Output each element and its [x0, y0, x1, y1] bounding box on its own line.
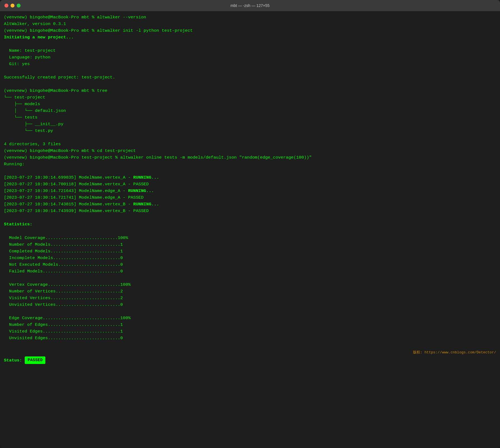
terminal-line — [4, 228, 496, 235]
terminal-line: Visited Edges...........................… — [4, 328, 496, 335]
terminal-line: [2023-07-27 10:30:14.743815] ModelName.v… — [4, 201, 496, 208]
terminal-line: [2023-07-27 10:30:14.721643] ModelName.e… — [4, 188, 496, 194]
terminal-line: └── tests — [4, 114, 496, 121]
terminal-line: ├── models — [4, 101, 496, 107]
status-label: Status: — [4, 357, 22, 364]
terminal-line: └── test-project — [4, 94, 496, 101]
terminal-line: [2023-07-27 10:30:14.700118] ModelName.v… — [4, 181, 496, 188]
terminal-line: Successfully created project: test-proje… — [4, 74, 496, 81]
terminal-line: (venvnew) bingohe@MacBook-Pro mbt % cd t… — [4, 147, 496, 154]
terminal-line: Not Executed Models.....................… — [4, 261, 496, 268]
terminal-line — [4, 308, 496, 315]
terminal-line: [2023-07-27 10:30:14.743939] ModelName.v… — [4, 208, 496, 214]
terminal-line: [2023-07-27 10:30:14.721741] ModelName.e… — [4, 194, 496, 201]
terminal-line — [4, 81, 496, 87]
terminal-line: (venvnew) bingohe@MacBook-Pro test-proje… — [4, 154, 496, 161]
terminal-line: Unvisited Vertices......................… — [4, 301, 496, 308]
terminal-window: mbt — -zsh — 127×55 (venvnew) bingohe@Ma… — [0, 0, 500, 448]
copyright-text: 版权: https://www.cnblogs.com/Detector/ — [4, 350, 496, 355]
terminal-line — [4, 341, 496, 348]
maximize-button[interactable] — [17, 4, 21, 8]
terminal-line — [4, 67, 496, 74]
terminal-line: Completed Models........................… — [4, 248, 496, 255]
terminal-line: (venvnew) bingohe@MacBook-Pro mbt % altw… — [4, 14, 496, 21]
terminal-line: │ └── default.json — [4, 107, 496, 114]
status-badge: PASSED — [25, 356, 45, 364]
terminal-line: [2023-07-27 10:30:14.699835] ModelName.v… — [4, 174, 496, 181]
terminal-line: Git: yes — [4, 61, 496, 67]
terminal-line — [4, 134, 496, 141]
terminal-line: Initiating a new project... — [4, 34, 496, 41]
terminal-line: ├── __init__.py — [4, 121, 496, 127]
terminal-line: AltWalker, version 0.3.1 — [4, 21, 496, 27]
minimize-button[interactable] — [11, 4, 14, 8]
status-line: Status: PASSED — [4, 356, 496, 364]
terminal-line: Running: — [4, 161, 496, 168]
terminal-line: Vertex Coverage.........................… — [4, 281, 496, 288]
terminal-line: (venvnew) bingohe@MacBook-Pro mbt % tree — [4, 87, 496, 94]
terminal-line: Number of Vertices......................… — [4, 288, 496, 295]
titlebar: mbt — -zsh — 127×55 — [0, 0, 500, 11]
terminal-line: Number of Models........................… — [4, 241, 496, 248]
terminal-line: Incomplete Models.......................… — [4, 255, 496, 261]
traffic-lights — [4, 4, 21, 8]
terminal-line: Edge Coverage...........................… — [4, 315, 496, 321]
terminal-line: 4 directories, 3 files — [4, 141, 496, 147]
terminal-line: Failed Models...........................… — [4, 268, 496, 275]
terminal-line — [4, 168, 496, 174]
terminal-line: Language: python — [4, 54, 496, 61]
terminal-line: (venvnew) bingohe@MacBook-Pro mbt % altw… — [4, 27, 496, 34]
terminal-line: └── test.py — [4, 127, 496, 134]
terminal-line: Visited Vertices........................… — [4, 295, 496, 301]
window-title: mbt — -zsh — 127×55 — [231, 3, 269, 8]
terminal-line: Unvisited Edges.........................… — [4, 335, 496, 341]
terminal-line: Statistics: — [4, 221, 496, 228]
terminal-line: Name: test-project — [4, 47, 496, 54]
terminal-line — [4, 214, 496, 221]
terminal-body[interactable]: (venvnew) bingohe@MacBook-Pro mbt % altw… — [0, 11, 500, 448]
close-button[interactable] — [4, 4, 8, 8]
terminal-line — [4, 41, 496, 47]
terminal-line — [4, 275, 496, 281]
terminal-line: Number of Edges.........................… — [4, 321, 496, 328]
terminal-line: Model Coverage..........................… — [4, 235, 496, 241]
